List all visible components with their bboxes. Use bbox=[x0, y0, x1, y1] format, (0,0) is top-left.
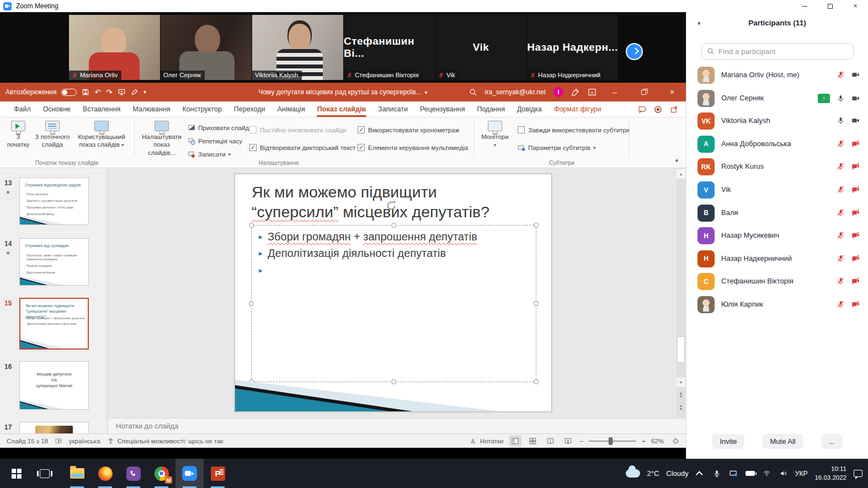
view-normal-button[interactable] bbox=[509, 436, 521, 447]
participant-row[interactable]: VK Viktoriia Kalysh bbox=[686, 110, 868, 132]
collapse-ribbon-icon[interactable]: ▴ bbox=[675, 156, 678, 163]
next-slide-button[interactable]: ▾▾ bbox=[677, 403, 685, 412]
next-page-videos-button[interactable] bbox=[626, 43, 643, 60]
notification-center-icon[interactable] bbox=[854, 470, 862, 477]
resize-handle-e[interactable] bbox=[534, 301, 539, 306]
tab-home[interactable]: Основне bbox=[37, 102, 77, 117]
inking-icon[interactable] bbox=[571, 88, 580, 96]
tab-slideshow[interactable]: Показ слайдів bbox=[311, 102, 372, 117]
notes-toggle-button[interactable]: Нотатки bbox=[469, 438, 503, 444]
account-avatar[interactable]: I bbox=[553, 87, 563, 97]
participant-row[interactable]: C Стефанишин Вікторія bbox=[686, 271, 868, 293]
minimize-button[interactable] bbox=[792, 0, 817, 12]
video-tile-nazar-nadkernychnyi[interactable]: Назар Надкерн... Назар Надкерничний bbox=[527, 15, 618, 80]
record-slideshow-button[interactable]: Записати ▾ bbox=[188, 151, 231, 158]
tray-display-share-icon[interactable] bbox=[729, 469, 738, 478]
tab-design[interactable]: Конструктор bbox=[177, 102, 228, 117]
participant-row[interactable]: V Vik bbox=[686, 179, 868, 201]
invite-button[interactable]: Invite bbox=[712, 434, 744, 449]
tab-help[interactable]: Довідка bbox=[511, 102, 548, 117]
start-button[interactable] bbox=[2, 459, 30, 488]
scroll-up-button[interactable]: ▴ bbox=[677, 169, 685, 179]
close-button[interactable]: × bbox=[843, 0, 868, 12]
undo-icon[interactable]: ↶ bbox=[94, 88, 101, 96]
rotate-handle-icon[interactable] bbox=[385, 200, 397, 212]
custom-slideshow-button[interactable]: Користувацький показ слайдів ▾ bbox=[74, 121, 129, 149]
ppt-close-button[interactable]: × bbox=[662, 83, 683, 101]
always-use-subtitles-checkbox[interactable]: Завжди використовувати субтитри bbox=[518, 126, 630, 133]
share-icon[interactable] bbox=[670, 105, 678, 114]
video-tile-viktoriia-kalysh[interactable]: Viktoriia Kalysh bbox=[252, 15, 343, 80]
slideshow-icon[interactable] bbox=[118, 88, 126, 96]
notes-pane[interactable]: Нотатки до слайда bbox=[108, 418, 686, 433]
touch-pen-icon[interactable] bbox=[131, 88, 139, 96]
accessibility-status[interactable]: Спеціальні можливості: щось не так bbox=[107, 437, 223, 444]
participant-row[interactable]: Олег Серняк ↑ bbox=[686, 88, 868, 110]
ppt-minimize-button[interactable]: – bbox=[604, 83, 625, 101]
tray-wifi-icon[interactable] bbox=[762, 469, 771, 478]
slide-bullet-list[interactable]: ▸Збори громадян + запрошення депутатів ▸… bbox=[259, 229, 477, 279]
scrollbar-thumb[interactable] bbox=[677, 336, 685, 363]
keep-slides-updated-checkbox[interactable]: Постійно оновлювати слайди bbox=[249, 126, 346, 133]
task-view-button[interactable] bbox=[30, 459, 58, 488]
resize-handle-n[interactable] bbox=[391, 223, 396, 228]
rehearse-timings-button[interactable]: Репетиція часу bbox=[188, 137, 242, 145]
tab-file[interactable]: Файл bbox=[8, 102, 37, 117]
more-options-button[interactable]: ... bbox=[821, 434, 843, 449]
quick-access-more-icon[interactable]: ▾ bbox=[143, 89, 146, 95]
tray-mic-icon[interactable] bbox=[712, 469, 722, 478]
zoom-in-button[interactable]: + bbox=[642, 438, 646, 444]
show-media-controls-checkbox[interactable]: ✓Елементи керування мультимедіа bbox=[358, 144, 468, 151]
save-icon[interactable] bbox=[82, 88, 89, 96]
from-beginning-button[interactable]: З початку bbox=[6, 121, 31, 149]
tab-draw[interactable]: Малювання bbox=[126, 102, 176, 117]
ppt-restore-button[interactable] bbox=[633, 83, 654, 101]
zoom-app-button[interactable] bbox=[175, 459, 204, 488]
zoom-out-button[interactable]: − bbox=[580, 438, 584, 444]
tab-shape-format[interactable]: Формат фігури bbox=[548, 102, 608, 117]
tray-expand-icon[interactable] bbox=[696, 469, 705, 478]
clock[interactable]: 10:11 16.03.2022 bbox=[814, 465, 846, 482]
zoom-level[interactable]: 62% bbox=[651, 438, 664, 444]
maximize-button[interactable] bbox=[817, 0, 843, 12]
use-timings-checkbox[interactable]: ✓Використовувати хронометраж bbox=[358, 126, 459, 133]
view-reading-button[interactable] bbox=[545, 436, 557, 447]
language-indicator[interactable]: УКР bbox=[795, 470, 808, 478]
tab-review[interactable]: Рецензування bbox=[414, 102, 471, 117]
slide-thumbnail-15-selected[interactable]: Як ми можемо підвищити “суперсили” місце… bbox=[19, 298, 89, 350]
search-icon[interactable] bbox=[469, 88, 477, 96]
slide-thumbnail-16[interactable]: Місцеві депутати VS супергерої Marvel bbox=[19, 361, 89, 410]
participant-row[interactable]: Mariana Orliv (Host, me) bbox=[686, 65, 868, 87]
video-tile-vik[interactable]: Vik Vik bbox=[435, 15, 526, 80]
video-tile-oleh-serniak[interactable]: Олег Серняк bbox=[161, 15, 252, 80]
view-slideshow-button[interactable] bbox=[562, 436, 574, 447]
zoom-slider[interactable] bbox=[589, 441, 636, 442]
setup-slideshow-button[interactable]: Налаштувати показ слайдів... bbox=[139, 121, 184, 157]
powerpoint-button[interactable]: P bbox=[204, 459, 232, 488]
firefox-button[interactable] bbox=[91, 459, 119, 488]
comments-icon[interactable] bbox=[638, 105, 646, 114]
participant-row[interactable]: A Анна Добровольська bbox=[686, 133, 868, 155]
resize-handle-ne[interactable] bbox=[534, 223, 539, 228]
hide-slide-button[interactable]: Приховати слайд bbox=[188, 124, 249, 132]
resize-handle-nw[interactable] bbox=[249, 223, 254, 228]
tray-volume-icon[interactable] bbox=[779, 469, 788, 478]
subtitle-settings-button[interactable]: Параметри субтитрів ▾ bbox=[518, 144, 595, 152]
weather-icon[interactable] bbox=[626, 469, 640, 478]
account-email[interactable]: ira_sernyak@ukr.net bbox=[485, 88, 546, 96]
participant-row[interactable]: H Назар Мусякевич bbox=[686, 225, 868, 247]
participant-search-box[interactable] bbox=[701, 43, 854, 60]
previous-slide-button[interactable]: ▴▴ bbox=[677, 390, 685, 399]
play-narrations-checkbox[interactable]: ✓Відтворювати дикторський текст bbox=[249, 144, 355, 151]
weather-temp[interactable]: 2°C bbox=[647, 469, 659, 478]
search-input[interactable] bbox=[718, 47, 840, 56]
proofing-button[interactable] bbox=[55, 437, 62, 444]
from-current-slide-button[interactable]: З поточного слайда bbox=[32, 121, 73, 149]
tab-transitions[interactable]: Переходи bbox=[228, 102, 271, 117]
slide-thumbnail-13[interactable]: Отримані відповідною радою Голос депутат… bbox=[19, 178, 89, 225]
resize-handle-w[interactable] bbox=[249, 301, 254, 306]
monitors-button[interactable]: Монітори ▾ bbox=[478, 121, 512, 149]
viber-button[interactable] bbox=[119, 459, 147, 488]
slide-thumbnail-14[interactable]: Отримані від громадян Пропозиції, заяви … bbox=[19, 238, 89, 286]
tab-view[interactable]: Подання bbox=[471, 102, 510, 117]
